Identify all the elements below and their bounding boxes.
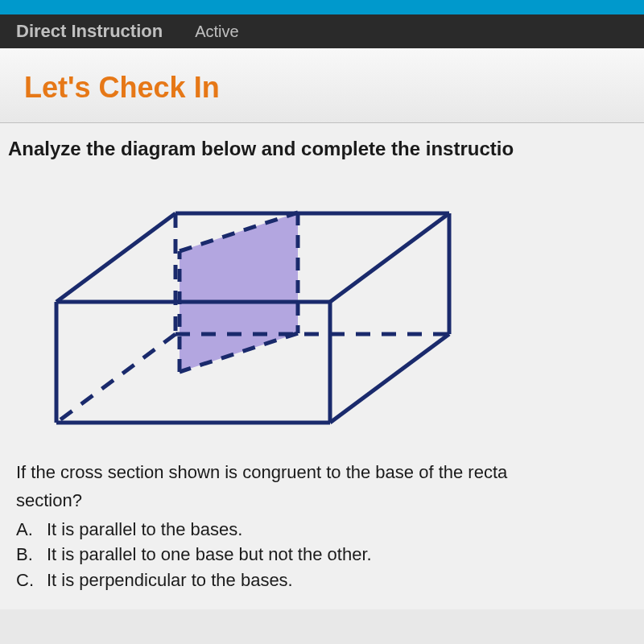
option-text: It is perpendicular to the bases.: [47, 568, 293, 593]
svg-line-9: [330, 334, 449, 423]
svg-line-5: [56, 213, 175, 302]
option-text: It is parallel to one base but not the o…: [47, 542, 372, 568]
content-area: Let's Check In Analyze the diagram below…: [0, 48, 644, 644]
svg-line-12: [56, 334, 175, 423]
option-c[interactable]: C. It is perpendicular to the bases.: [16, 568, 636, 593]
navigation-bar: Direct Instruction Active: [0, 14, 644, 48]
nav-direct-instruction[interactable]: Direct Instruction: [16, 21, 163, 42]
svg-marker-0: [180, 213, 298, 372]
option-b[interactable]: B. It is parallel to one base but not th…: [16, 542, 636, 568]
nav-active[interactable]: Active: [195, 23, 238, 41]
option-letter: C.: [16, 568, 47, 593]
page-title: Let's Check In: [24, 71, 620, 105]
diagram-container: [8, 175, 636, 440]
option-text: It is parallel to the bases.: [47, 517, 242, 543]
prompt-line-1: If the cross section shown is congruent …: [16, 460, 636, 485]
question-section: Analyze the diagram below and complete t…: [0, 123, 644, 609]
svg-line-7: [330, 213, 449, 302]
option-letter: A.: [16, 517, 47, 543]
prompt-line-2: section?: [16, 489, 636, 514]
option-a[interactable]: A. It is parallel to the bases.: [16, 517, 636, 543]
top-blue-bar: [0, 0, 644, 14]
prism-diagram: [32, 175, 467, 440]
instruction-text: Analyze the diagram below and complete t…: [8, 138, 636, 160]
question-prompt: If the cross section shown is congruent …: [8, 460, 636, 514]
option-letter: B.: [16, 542, 47, 568]
header-section: Let's Check In: [0, 48, 644, 123]
answer-options: A. It is parallel to the bases. B. It is…: [8, 517, 636, 594]
